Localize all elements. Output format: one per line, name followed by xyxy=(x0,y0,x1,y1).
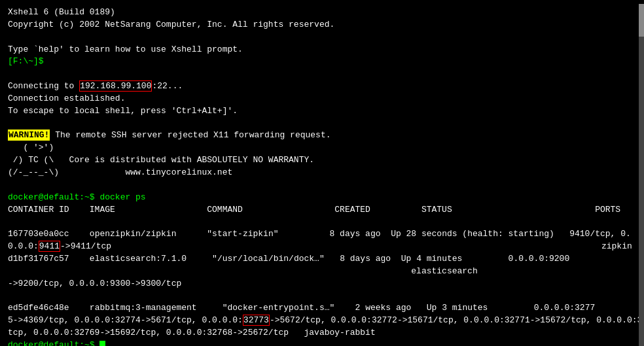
row2: d1bf31767c57 elasticsearch:7.1.0 "/usr/l… xyxy=(8,254,569,264)
scrollbar[interactable] xyxy=(639,4,644,346)
header-line2: Copyright (c) 2002 NetSarang Computer, I… xyxy=(8,20,334,29)
row2-line3: ->9200/tcp, 0.0.0.0:9300->9300/tcp xyxy=(8,279,181,288)
warning-line: WARNING! The remote SSH server rejected … xyxy=(8,130,331,141)
col-header: CONTAINER ID IMAGE COMMAND CREATED STATU… xyxy=(8,205,644,215)
local-prompt: [F:\~]$ xyxy=(8,56,44,66)
port-32773-highlight: 32773 xyxy=(243,315,270,326)
help-text: Type `help' to learn how to use Xshell p… xyxy=(8,44,243,54)
row3-line2: 5->4369/tcp, 0.0.0.0:32774->5671/tcp, 0.… xyxy=(8,315,644,326)
connecting-text: Connecting to 192.168.99.100:22... xyxy=(8,80,183,92)
cursor xyxy=(99,341,105,346)
docker-ps-command: docker@default:~$ docker ps xyxy=(8,192,146,202)
ip-address: 192.168.99.100 xyxy=(79,80,152,92)
final-prompt: docker@default:~$ xyxy=(8,340,99,346)
row3-line3: tcp, 0.0.0.0:32769->15692/tcp, 0.0.0.0:3… xyxy=(8,328,376,337)
ascii3: (/-_--_-\) www.tinycorelinux.net xyxy=(8,167,232,177)
port-9411-highlight: 9411 xyxy=(39,241,60,252)
warning-label: WARNING! xyxy=(8,130,50,141)
scrollbar-thumb[interactable] xyxy=(639,4,644,37)
warning-text: The remote SSH server rejected X11 forwa… xyxy=(50,130,331,140)
header-line1: Xshell 6 (Build 0189) xyxy=(8,7,115,17)
row1: 167703e0a0cc openzipkin/zipkin "start-zi… xyxy=(8,229,631,239)
row3: ed5dfe46c48e rabbitmq:3-management "dock… xyxy=(8,303,595,313)
row1-line2: 0.0.0:9411->9411/tcp zipkin xyxy=(8,241,632,252)
connection-established: Connection established. xyxy=(8,94,125,103)
ascii1: ( '>') xyxy=(8,143,59,152)
ascii2: /) TC (\ Core is distributed with ABSOLU… xyxy=(8,155,314,165)
row2-line2: elasticsearch xyxy=(8,266,478,276)
escape-text: To escape to local shell, press 'Ctrl+Al… xyxy=(8,106,238,116)
terminal-output: Xshell 6 (Build 0189) Copyright (c) 2002… xyxy=(8,7,636,346)
